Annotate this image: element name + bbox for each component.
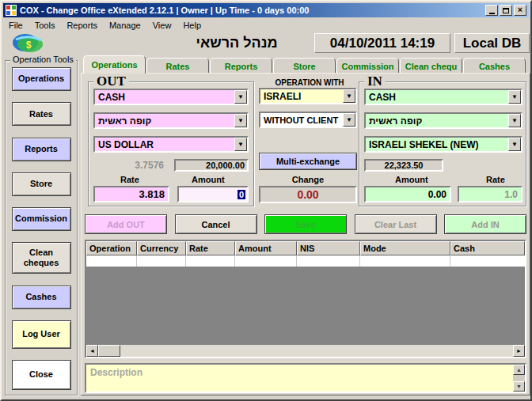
sidebar-rates-button[interactable]: Rates [12,102,71,126]
tab-operations[interactable]: Operations [83,55,146,74]
sidebar-store-button[interactable]: Store [12,172,71,196]
app-icon [6,5,17,16]
tab-cashes[interactable]: Cashes [463,58,526,74]
col-amount[interactable]: Amount [235,241,297,255]
col-currency[interactable]: Currency [137,241,186,255]
globe-logo-icon: $ [8,32,49,55]
action-button-row: Add OUT Cancel Save Clear Last Add IN [85,214,526,235]
in-currency-value: ISRAELI SHEKEL (NEW) [369,139,478,150]
in-type-select[interactable]: CASH ▼ [364,89,522,105]
in-rate-label: Rate [486,175,505,184]
tab-bar: Operations Rates Reports Store Commissio… [83,55,526,74]
header: $ מנהל הרשאי 04/10/2011 14:19 Local DB [3,32,529,55]
chevron-down-icon[interactable]: ▼ [508,114,521,127]
menu-bar: File Tools Reports Manage View Help [3,17,529,32]
title-bar: COX - Change Office eXtended 2.12.1 | Ow… [3,3,529,17]
nationality-value: ISRAELI [264,91,301,102]
out-base-rate: 3.7576 [112,160,164,171]
operations-panel: OUT CASH ▼ קופה ראשית ▼ US DOLLAR ▼ 3.75… [81,73,530,395]
in-balance-field: 22,323.50 [364,159,443,172]
scrollbar-thumb[interactable] [98,345,120,357]
nationality-select[interactable]: ISRAELI ▼ [259,88,357,104]
col-mode[interactable]: Mode [360,241,450,255]
sidebar-clean-cheques-button[interactable]: Clean cheques [12,242,71,274]
out-type-select[interactable]: CASH ▼ [93,89,249,105]
in-register-select[interactable]: קופה ראשית ▼ [364,112,522,129]
db-status: Local DB [454,33,530,53]
tab-store[interactable]: Store [273,58,336,74]
svg-text:$: $ [26,40,32,51]
sidebar-commission-button[interactable]: Commission [12,207,71,231]
out-currency-select[interactable]: US DOLLAR ▼ [93,136,249,153]
sidebar-close-button[interactable]: Close [12,360,71,390]
add-in-button[interactable]: Add IN [444,214,526,234]
cancel-button[interactable]: Cancel [175,214,257,234]
operations-table: Operation Currency Rate Amount NIS Mode … [85,240,526,358]
in-register-value: קופה ראשית [369,115,422,127]
chevron-down-icon[interactable]: ▼ [343,89,355,103]
scroll-up-icon[interactable]: ▲ [513,365,525,375]
menu-reports[interactable]: Reports [66,21,97,30]
operation-with-label: OPERATION WITH [265,78,354,87]
sidebar-reports-button[interactable]: Reports [12,138,71,161]
operation-tools-group: Operation Tools Operations Rates Reports… [5,60,78,395]
menu-view[interactable]: View [153,21,172,30]
out-register-select[interactable]: קופה ראשית ▼ [93,112,249,129]
in-type-value: CASH [369,92,396,103]
tab-commission[interactable]: Commission [336,58,399,74]
app-window: COX - Change Office eXtended 2.12.1 | Ow… [0,0,532,401]
out-currency-value: US DOLLAR [98,139,154,150]
in-rate-input[interactable]: 1.0 [458,186,522,202]
chevron-down-icon[interactable]: ▼ [234,138,247,151]
col-rate[interactable]: Rate [186,241,235,255]
client-value: WITHOUT CLIENT [264,115,338,125]
chevron-down-icon[interactable]: ▼ [343,113,355,127]
table-row[interactable] [86,255,525,267]
out-rate-input[interactable]: 3.818 [93,186,169,202]
description-placeholder[interactable]: Description [86,365,513,392]
add-out-button[interactable]: Add OUT [85,214,167,234]
scroll-right-icon[interactable]: ► [513,345,525,357]
col-nis[interactable]: NIS [297,241,360,255]
sidebar-operations-button[interactable]: Operations [12,67,71,91]
in-amount-input[interactable]: 0.00 [364,186,451,202]
maximize-button[interactable] [500,5,512,16]
chevron-down-icon[interactable]: ▼ [508,90,521,104]
scroll-left-icon[interactable]: ◄ [86,345,98,357]
in-amount-label: Amount [395,175,428,184]
tab-reports[interactable]: Reports [210,58,272,74]
menu-file[interactable]: File [9,21,23,30]
col-operation[interactable]: Operation [86,241,137,255]
horizontal-scrollbar[interactable]: ◄ ► [86,345,525,357]
vertical-scrollbar[interactable]: ▲ ▼ [513,365,525,392]
close-window-button[interactable]: × [514,5,526,16]
out-balance-field: 20,000.00 [174,159,249,172]
menu-tools[interactable]: Tools [35,21,55,30]
menu-manage[interactable]: Manage [109,21,141,30]
client-select[interactable]: WITHOUT CLIENT ▼ [259,112,357,128]
sidebar-log-user-button[interactable]: Log User [12,320,71,349]
out-amount-input[interactable]: 0 [177,186,249,202]
in-legend: IN [364,74,386,89]
in-currency-select[interactable]: ISRAELI SHEKEL (NEW) ▼ [364,136,522,153]
clear-last-button[interactable]: Clear Last [355,214,437,234]
col-cash[interactable]: Cash [450,241,525,255]
menu-help[interactable]: Help [183,21,201,30]
scroll-down-icon[interactable]: ▼ [513,381,525,392]
maximize-icon [503,8,509,13]
selected-text: 0 [238,190,245,199]
chevron-down-icon[interactable]: ▼ [508,138,521,151]
save-button[interactable]: Save [264,214,347,234]
multi-exchange-button[interactable]: Multi-exchange [259,153,357,170]
tab-clean-cheques[interactable]: Clean chequ [400,58,462,74]
datetime-display: 04/10/2011 14:19 [314,33,450,53]
chevron-down-icon[interactable]: ▼ [234,114,247,127]
description-box[interactable]: Description ▲ ▼ [85,363,526,393]
sidebar-cashes-button[interactable]: Cashes [12,286,71,309]
minimize-button[interactable] [485,5,498,16]
close-icon: × [518,6,522,14]
out-legend: OUT [93,74,129,89]
minimize-icon [489,13,495,14]
chevron-down-icon[interactable]: ▼ [234,90,247,104]
tab-rates[interactable]: Rates [146,58,209,74]
